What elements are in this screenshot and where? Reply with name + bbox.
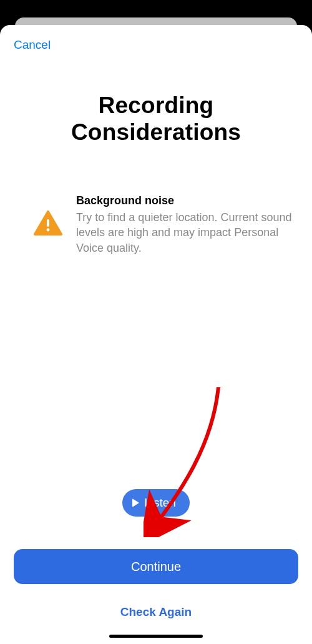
- flex-spacer: [14, 255, 298, 489]
- home-indicator[interactable]: [109, 635, 203, 638]
- recording-consideration-item: Background noise Try to find a quieter l…: [14, 194, 298, 255]
- listen-label: Listen: [144, 496, 176, 510]
- consideration-text: Background noise Try to find a quieter l…: [76, 194, 295, 255]
- svg-rect-0: [47, 219, 49, 227]
- title-line-2: Considerations: [71, 119, 241, 145]
- page-title: Recording Considerations: [14, 92, 298, 146]
- listen-button[interactable]: Listen: [122, 489, 190, 517]
- continue-button[interactable]: Continue: [14, 549, 298, 584]
- warning-icon: [34, 211, 62, 235]
- consideration-heading: Background noise: [76, 194, 295, 207]
- play-icon: [132, 498, 139, 507]
- cancel-button[interactable]: Cancel: [14, 36, 51, 54]
- svg-point-1: [47, 229, 50, 232]
- title-line-1: Recording: [99, 92, 214, 118]
- modal-sheet: Cancel Recording Considerations Backgrou…: [0, 25, 312, 644]
- listen-row: Listen: [14, 489, 298, 517]
- nav-bar: Cancel: [14, 25, 298, 65]
- consideration-body: Try to find a quieter location. Current …: [76, 210, 295, 255]
